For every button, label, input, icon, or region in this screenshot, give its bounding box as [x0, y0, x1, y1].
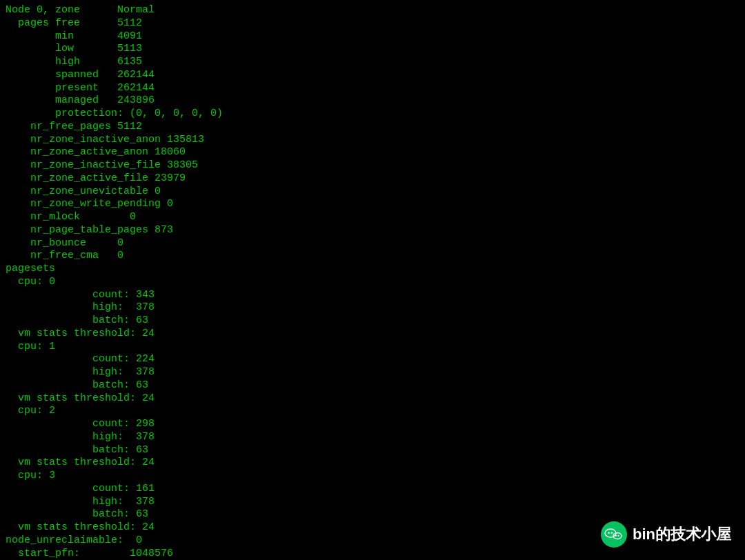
terminal-line: nr_page_table_pages 873 [6, 224, 739, 237]
terminal-line: batch: 63 [6, 379, 739, 392]
terminal-line: vm stats threshold: 24 [6, 328, 739, 341]
terminal-line: pagesets [6, 263, 739, 276]
terminal-line: low 5113 [6, 43, 739, 56]
terminal-line: high: 378 [6, 366, 739, 379]
watermark: bin的技术小屋 [601, 521, 731, 548]
terminal-line: nr_zone_write_pending 0 [6, 198, 739, 211]
watermark-text: bin的技术小屋 [633, 525, 731, 544]
terminal-line: start_pfn: 1048576 [6, 548, 739, 561]
terminal-output: Node 0, zone Normal pages free 5112 min … [0, 0, 745, 560]
terminal-line: min 4091 [6, 30, 739, 43]
terminal-line: count: 343 [6, 289, 739, 302]
terminal-line: Node 0, zone Normal [6, 4, 739, 17]
terminal-line: cpu: 0 [6, 276, 739, 289]
terminal-line: present 262144 [6, 82, 739, 95]
wechat-icon [601, 521, 627, 548]
terminal-line: managed 243896 [6, 94, 739, 108]
terminal-line: nr_free_cma 0 [6, 250, 739, 263]
terminal-line: vm stats threshold: 24 [6, 457, 739, 470]
svg-point-2 [608, 532, 610, 534]
terminal-line: pages free 5112 [6, 17, 739, 30]
terminal-line: batch: 63 [6, 444, 739, 457]
terminal-line: nr_zone_unevictable 0 [6, 186, 739, 199]
svg-point-5 [615, 535, 617, 537]
terminal-line: count: 161 [6, 483, 739, 496]
terminal-line: spanned 262144 [6, 69, 739, 82]
terminal-line: cpu: 2 [6, 405, 739, 418]
terminal-line: cpu: 3 [6, 470, 739, 483]
terminal-line: count: 298 [6, 418, 739, 431]
terminal-line: nr_zone_active_file 23979 [6, 172, 739, 186]
terminal-line: high 6135 [6, 56, 739, 69]
terminal-line: nr_zone_active_anon 18060 [6, 146, 739, 159]
terminal-line: count: 224 [6, 353, 739, 366]
terminal-line: nr_mlock 0 [6, 211, 739, 224]
terminal-line: cpu: 1 [6, 341, 739, 354]
terminal-line: nr_free_pages 5112 [6, 121, 739, 134]
terminal-line: nr_zone_inactive_anon 135813 [6, 134, 739, 147]
terminal-line: nr_zone_inactive_file 38305 [6, 159, 739, 172]
terminal-line: batch: 63 [6, 314, 739, 328]
svg-point-6 [618, 535, 619, 537]
terminal-line: batch: 63 [6, 508, 739, 521]
terminal-line: high: 378 [6, 301, 739, 314]
terminal-line: nr_bounce 0 [6, 237, 739, 250]
terminal-line: protection: (0, 0, 0, 0, 0) [6, 108, 739, 121]
terminal-line: vm stats threshold: 24 [6, 392, 739, 406]
svg-point-3 [611, 532, 613, 534]
terminal-line: high: 378 [6, 431, 739, 444]
terminal-line: high: 378 [6, 496, 739, 509]
